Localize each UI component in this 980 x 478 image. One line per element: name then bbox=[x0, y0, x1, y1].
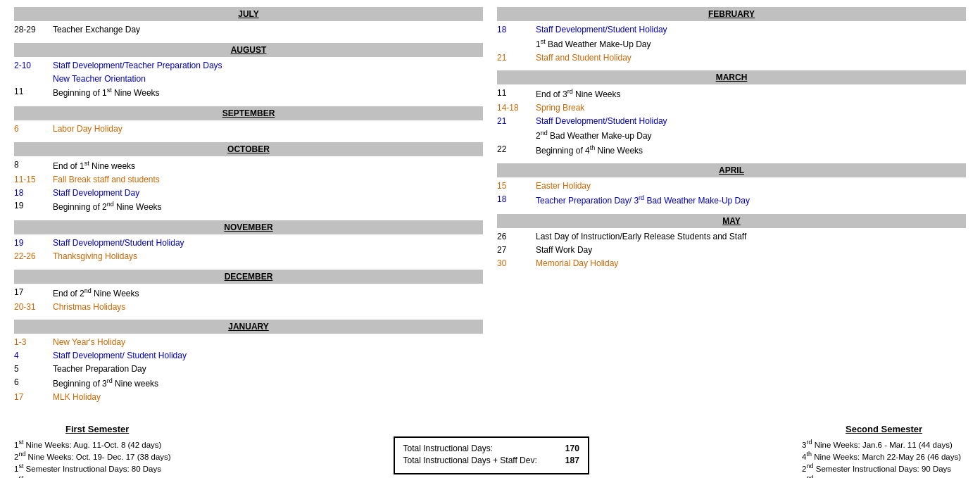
event-date: 27 bbox=[497, 244, 536, 256]
event-row: 8End of 1st Nine weeks bbox=[14, 159, 483, 172]
month-block-august: AUGUST2-10Staff Development/Teacher Prep… bbox=[14, 43, 483, 99]
semester-line: 1st Nine Weeks: Aug. 11-Oct. 8 (42 days) bbox=[14, 439, 180, 449]
event-row: 15Easter Holiday bbox=[497, 180, 966, 192]
event-desc: Staff Development/Student Holiday bbox=[536, 24, 966, 36]
event-row: 21Staff Development/Student Holiday bbox=[497, 115, 966, 127]
second-semester: Second Semester 3rd Nine Weeks: Jan.6 - … bbox=[802, 424, 966, 478]
total-staff-dev-value: 187 bbox=[565, 455, 579, 465]
month-block-april: APRIL15Easter Holiday18Teacher Preparati… bbox=[497, 163, 966, 207]
total-instructional-label: Total Instructional Days: bbox=[403, 444, 493, 453]
event-desc: Christmas Holidays bbox=[53, 301, 483, 313]
event-date: 18 bbox=[14, 187, 53, 199]
right-column: FEBRUARY18Staff Development/Student Holi… bbox=[497, 7, 966, 410]
event-desc: Staff Development Day bbox=[53, 187, 483, 199]
month-header: AUGUST bbox=[14, 43, 483, 57]
event-row: 19Beginning of 2nd Nine Weeks bbox=[14, 200, 483, 213]
event-date: 19 bbox=[14, 237, 53, 249]
event-row: 4Staff Development/ Student Holiday bbox=[14, 350, 483, 362]
month-block-may: MAY26Last Day of Instruction/Early Relea… bbox=[497, 214, 966, 269]
event-desc: Thanksgiving Holidays bbox=[53, 251, 483, 263]
month-block-october: OCTOBER8End of 1st Nine weeks11-15Fall B… bbox=[14, 142, 483, 213]
event-row: 11Beginning of 1st Nine Weeks bbox=[14, 86, 483, 99]
event-date: 17 bbox=[14, 287, 53, 300]
month-block-december: DECEMBER17End of 2nd Nine Weeks20-31Chri… bbox=[14, 270, 483, 313]
event-desc: Memorial Day Holiday bbox=[536, 258, 966, 270]
event-date: 5 bbox=[14, 363, 53, 375]
event-date: 26 bbox=[497, 231, 536, 243]
semester-line: 2nd Semester Instructional Days: 90 Days bbox=[802, 463, 966, 473]
semester-line: 3rd Nine Weeks: Jan.6 - Mar. 11 (44 days… bbox=[802, 439, 966, 449]
event-desc: 1st Bad Weather Make-Up Day bbox=[536, 37, 966, 51]
event-row: 26Last Day of Instruction/Early Release … bbox=[497, 231, 966, 243]
first-semester: First Semester 1st Nine Weeks: Aug. 11-O… bbox=[14, 424, 180, 478]
event-desc: Staff Development/Student Holiday bbox=[536, 115, 966, 127]
event-date: 8 bbox=[14, 159, 53, 172]
event-row: 17End of 2nd Nine Weeks bbox=[14, 287, 483, 300]
month-header: SEPTEMBER bbox=[14, 106, 483, 120]
event-desc: Fall Break staff and students bbox=[53, 174, 483, 186]
event-row: 20-31Christmas Holidays bbox=[14, 301, 483, 313]
event-date: 1-3 bbox=[14, 337, 53, 348]
month-block-july: JULY28-29Teacher Exchange Day bbox=[14, 7, 483, 36]
event-desc: 2nd Bad Weather Make-up Day bbox=[536, 129, 966, 142]
event-desc: End of 2nd Nine Weeks bbox=[53, 287, 483, 300]
event-row: 22Beginning of 4th Nine Weeks bbox=[497, 144, 966, 157]
month-header: JULY bbox=[14, 7, 483, 21]
event-row: 18Staff Development/Student Holiday bbox=[497, 24, 966, 36]
event-date: 18 bbox=[497, 194, 536, 207]
month-header: NOVEMBER bbox=[14, 220, 483, 234]
event-row: 1st Bad Weather Make-Up Day bbox=[497, 37, 966, 51]
event-desc: Teacher Exchange Day bbox=[53, 24, 483, 36]
event-desc: Staff Development/ Student Holiday bbox=[53, 350, 483, 362]
event-row: New Teacher Orientation bbox=[14, 73, 483, 85]
totals-box: Total Instructional Days: 170 Total Inst… bbox=[394, 436, 589, 474]
semester-line: 4th Nine Weeks: March 22-May 26 (46 days… bbox=[802, 451, 966, 461]
event-date: 11-15 bbox=[14, 174, 53, 186]
event-row: 11End of 3rd Nine Weeks bbox=[497, 87, 966, 101]
event-row: 11-15Fall Break staff and students bbox=[14, 174, 483, 186]
event-row: 14-18Spring Break bbox=[497, 102, 966, 114]
event-desc: Easter Holiday bbox=[536, 180, 966, 192]
total-instructional-value: 170 bbox=[565, 444, 579, 453]
month-header: MARCH bbox=[497, 70, 966, 84]
event-desc: Teacher Preparation Day bbox=[53, 363, 483, 375]
month-block-march: MARCH11End of 3rd Nine Weeks14-18Spring … bbox=[497, 70, 966, 156]
event-desc: Labor Day Holiday bbox=[53, 123, 483, 135]
event-date: 30 bbox=[497, 258, 536, 270]
event-date: 15 bbox=[497, 180, 536, 192]
event-row: 5Teacher Preparation Day bbox=[14, 363, 483, 375]
event-row: 19Staff Development/Student Holiday bbox=[14, 237, 483, 249]
event-date bbox=[497, 37, 536, 51]
event-date bbox=[14, 73, 53, 85]
event-row: 28-29Teacher Exchange Day bbox=[14, 24, 483, 36]
event-desc: End of 3rd Nine Weeks bbox=[536, 87, 966, 101]
event-row: 18Staff Development Day bbox=[14, 187, 483, 199]
bottom-section: First Semester 1st Nine Weeks: Aug. 11-O… bbox=[0, 417, 980, 478]
event-date: 4 bbox=[14, 350, 53, 362]
event-desc: Beginning of 1st Nine Weeks bbox=[53, 86, 483, 99]
month-header: JANUARY bbox=[14, 320, 483, 334]
month-block-november: NOVEMBER19Staff Development/Student Holi… bbox=[14, 220, 483, 263]
semester-line: 1st Semester Instructional Days: 80 Days bbox=[14, 463, 180, 473]
event-desc: Staff Work Day bbox=[536, 244, 966, 256]
event-desc: Staff Development/Teacher Preparation Da… bbox=[53, 60, 483, 72]
event-row: 6Labor Day Holiday bbox=[14, 123, 483, 135]
event-date: 11 bbox=[14, 86, 53, 99]
event-date: 2-10 bbox=[14, 60, 53, 72]
event-row: 17MLK Holiday bbox=[14, 391, 483, 403]
event-date: 21 bbox=[497, 115, 536, 127]
semester-line: 2nd Semester Staff Dev/Teacher Prep: 6 D… bbox=[802, 474, 966, 478]
event-date: 28-29 bbox=[14, 24, 53, 36]
left-column: JULY28-29Teacher Exchange DayAUGUST2-10S… bbox=[14, 7, 483, 410]
semester-line: 1st Semester Staff Dev/Teacher Prep: 11 … bbox=[14, 474, 180, 478]
event-row: 18Teacher Preparation Day/ 3rd Bad Weath… bbox=[497, 194, 966, 207]
event-desc: Beginning of 2nd Nine Weeks bbox=[53, 200, 483, 213]
month-block-september: SEPTEMBER6Labor Day Holiday bbox=[14, 106, 483, 135]
first-semester-title: First Semester bbox=[14, 424, 180, 434]
month-header: APRIL bbox=[497, 163, 966, 177]
event-date bbox=[497, 129, 536, 142]
event-row: 22-26Thanksgiving Holidays bbox=[14, 251, 483, 263]
event-desc: Staff Development/Student Holiday bbox=[53, 237, 483, 249]
event-date: 20-31 bbox=[14, 301, 53, 313]
second-semester-title: Second Semester bbox=[802, 424, 966, 434]
